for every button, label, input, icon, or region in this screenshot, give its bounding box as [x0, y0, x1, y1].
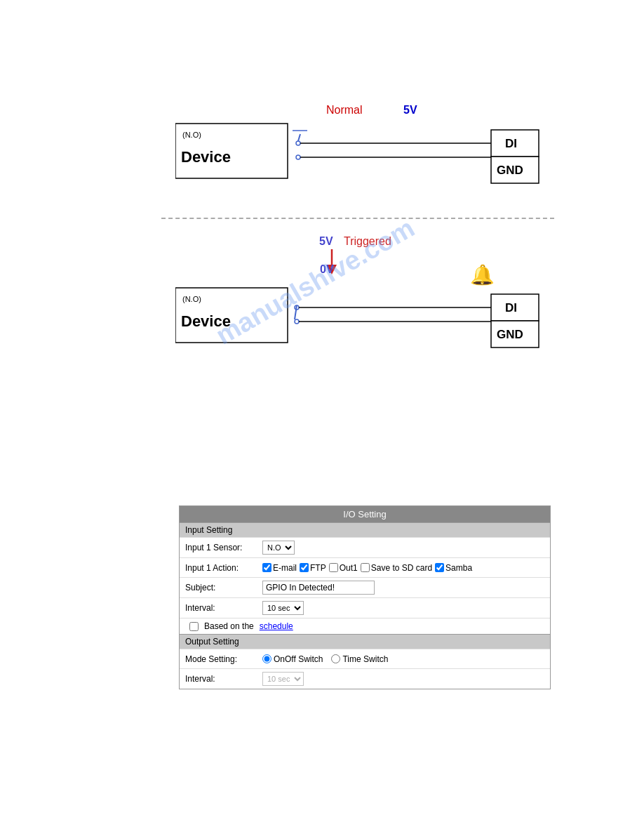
interval2-select: 10 sec — [262, 672, 304, 686]
radio-time-text: Time Switch — [342, 654, 388, 664]
radio-onoff-label[interactable]: OnOff Switch — [262, 654, 323, 664]
checkbox-out1-text: Out1 — [340, 563, 358, 573]
schedule-checkbox[interactable] — [189, 622, 199, 631]
checkbox-savesd-text: Save to SD card — [371, 563, 432, 573]
svg-text:Device: Device — [181, 148, 231, 166]
page-container: manualshlve.com Normal 5V (N.O) Device — [0, 0, 644, 834]
svg-text:(N.O): (N.O) — [182, 131, 201, 139]
label-triggered: Triggered — [344, 235, 391, 248]
radio-time[interactable] — [331, 654, 340, 663]
schedule-prefix-text: Based on the — [204, 621, 254, 631]
checkbox-savesd-label[interactable]: Save to SD card — [361, 563, 432, 573]
interval-label: Interval: — [185, 603, 262, 613]
interval-row: Interval: 10 sec 30 sec 1 min 5 min — [180, 597, 550, 618]
subject-label: Subject: — [185, 583, 262, 593]
io-panel-title: I/O Setting — [180, 506, 550, 522]
interval-controls: 10 sec 30 sec 1 min 5 min — [262, 601, 304, 615]
checkbox-samba-label[interactable]: Samba — [435, 563, 472, 573]
input-action-controls: E-mail FTP Out1 Save to SD card Samba — [262, 563, 472, 573]
mode-setting-label: Mode Setting: — [185, 654, 262, 664]
svg-text:GND: GND — [497, 328, 523, 341]
subject-controls — [262, 581, 375, 595]
input-action-label: Input 1 Action: — [185, 563, 262, 573]
svg-text:GND: GND — [497, 164, 523, 177]
triggered-diagram-svg: (N.O) Device DI GND — [175, 281, 568, 351]
checkbox-email-label[interactable]: E-mail — [262, 563, 297, 573]
schedule-link[interactable]: schedule — [260, 621, 293, 631]
svg-point-3 — [296, 141, 300, 145]
svg-text:Device: Device — [181, 312, 231, 330]
checkbox-samba-text: Samba — [445, 563, 472, 573]
interval2-row: Interval: 10 sec — [180, 668, 550, 689]
input-section-header: Input Setting — [180, 522, 550, 537]
checkbox-out1[interactable] — [329, 563, 338, 572]
checkbox-email-text: E-mail — [273, 563, 297, 573]
checkbox-ftp-label[interactable]: FTP — [300, 563, 326, 573]
io-panel: I/O Setting Input Setting Input 1 Sensor… — [179, 505, 551, 689]
radio-time-label[interactable]: Time Switch — [331, 654, 388, 664]
checkbox-ftp[interactable] — [300, 563, 309, 572]
svg-text:(N.O): (N.O) — [182, 295, 201, 303]
subject-row: Subject: — [180, 577, 550, 597]
checkbox-samba[interactable] — [435, 563, 444, 572]
mode-setting-row: Mode Setting: OnOff Switch Time Switch — [180, 649, 550, 668]
radio-onoff-text: OnOff Switch — [274, 654, 323, 664]
input-sensor-select[interactable]: N.O N.C — [262, 541, 295, 555]
svg-point-4 — [296, 155, 300, 159]
schedule-row: Based on the schedule — [180, 618, 550, 634]
dashed-separator — [161, 218, 554, 219]
svg-point-19 — [295, 319, 299, 324]
radio-onoff[interactable] — [262, 654, 271, 663]
output-section-header: Output Setting — [180, 634, 550, 649]
svg-text:DI: DI — [505, 137, 517, 150]
interval2-controls: 10 sec — [262, 672, 304, 686]
label-5v-normal: 5V — [403, 104, 417, 117]
checkbox-email[interactable] — [262, 563, 271, 572]
input-sensor-row: Input 1 Sensor: N.O N.C — [180, 537, 550, 557]
checkbox-savesd[interactable] — [361, 563, 370, 572]
interval2-label: Interval: — [185, 674, 262, 684]
interval-select[interactable]: 10 sec 30 sec 1 min 5 min — [262, 601, 304, 615]
input-action-row: Input 1 Action: E-mail FTP Out1 Save to … — [180, 557, 550, 577]
label-5v-triggered: 5V — [319, 235, 333, 248]
checkbox-out1-label[interactable]: Out1 — [329, 563, 358, 573]
subject-input[interactable] — [262, 581, 375, 595]
input-sensor-controls: N.O N.C — [262, 541, 295, 555]
checkbox-ftp-text: FTP — [310, 563, 326, 573]
svg-text:DI: DI — [505, 301, 517, 315]
svg-line-5 — [298, 134, 300, 141]
label-0v: 0V — [320, 263, 334, 276]
input-sensor-label: Input 1 Sensor: — [185, 543, 262, 552]
mode-controls: OnOff Switch Time Switch — [262, 654, 388, 664]
label-normal: Normal — [326, 104, 363, 117]
normal-diagram-svg: (N.O) Device DI GND — [175, 117, 568, 187]
